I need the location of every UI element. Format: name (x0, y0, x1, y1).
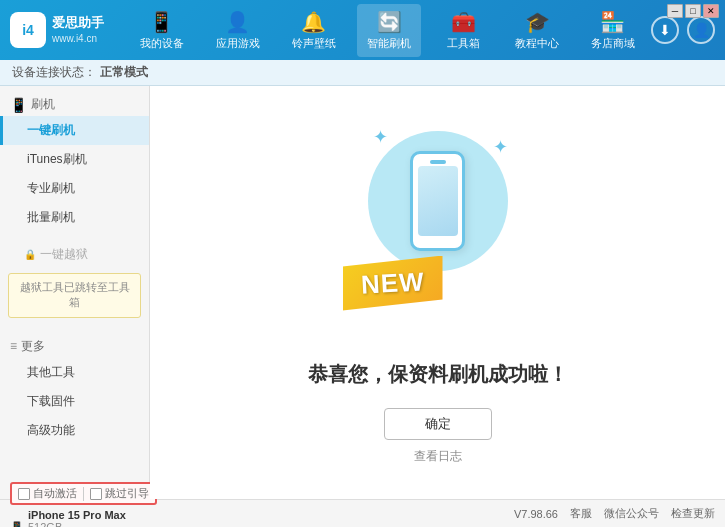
logo-text: 爱思助手 www.i4.cn (52, 15, 104, 45)
phone-shape (410, 151, 465, 251)
bottom-bar: 自动激活 跳过引导 📱 iPhone 15 Pro Max 512GB iPho… (0, 499, 725, 527)
nav-tab-smart-flash[interactable]: 🔄 智能刷机 (357, 4, 421, 57)
sidebar-item-advanced[interactable]: 高级功能 (0, 416, 149, 445)
main-layout: 📱 刷机 一键刷机 iTunes刷机 专业刷机 批量刷机 🔒 一键越狱 (0, 86, 725, 499)
sparkle-icon-2: ✦ (493, 136, 508, 158)
guide-activate-checkbox[interactable] (90, 488, 102, 500)
sidebar-item-batch-flash[interactable]: 批量刷机 (0, 203, 149, 232)
flash-icon: 🔄 (377, 10, 402, 34)
user-button[interactable]: 👤 (687, 16, 715, 44)
auto-activate-label[interactable]: 自动激活 (18, 486, 77, 501)
bottom-device: 📱 iPhone 15 Pro Max 512GB iPhone (10, 509, 157, 527)
sidebar: 📱 刷机 一键刷机 iTunes刷机 专业刷机 批量刷机 🔒 一键越狱 (0, 86, 150, 499)
tutorial-icon: 🎓 (525, 10, 550, 34)
customer-service-link[interactable]: 客服 (570, 506, 592, 521)
more-section-header: ≡ 更多 (0, 330, 149, 358)
header-right: ⬇ 👤 (651, 16, 715, 44)
flash-section-header[interactable]: 📱 刷机 (0, 90, 149, 116)
lock-icon: 🔒 (24, 249, 36, 260)
nav-tab-toolbox[interactable]: 🧰 工具箱 (433, 4, 493, 57)
success-message: 恭喜您，保资料刷机成功啦！ (308, 361, 568, 388)
header: i4 爱思助手 www.i4.cn 📱 我的设备 👤 应用游戏 🔔 铃声壁纸 🔄… (0, 0, 725, 60)
service-icon: 🏪 (600, 10, 625, 34)
bottom-left: 自动激活 跳过引导 📱 iPhone 15 Pro Max 512GB iPho… (10, 482, 157, 527)
more-section-icon: ≡ (10, 339, 17, 353)
jailbreak-notice: 越狱工具已跳转至工具箱 (8, 273, 141, 318)
nav-tab-ringtone[interactable]: 🔔 铃声壁纸 (282, 4, 346, 57)
bottom-right: V7.98.66 客服 微信公众号 检查更新 (514, 506, 715, 521)
nav-tabs: 📱 我的设备 👤 应用游戏 🔔 铃声壁纸 🔄 智能刷机 🧰 工具箱 🎓 教程中心… (124, 4, 651, 57)
sidebar-item-pro-flash[interactable]: 专业刷机 (0, 174, 149, 203)
phone-background (368, 131, 508, 271)
status-bar: 设备连接状态： 正常模式 (0, 60, 725, 86)
main-content: ✦ ✦ NEW 恭喜您，保资料刷机成功啦！ 确定 查看日志 (150, 86, 725, 499)
more-section: ≡ 更多 其他工具 下载固件 高级功能 (0, 326, 149, 449)
phone-notch (430, 160, 446, 164)
nav-tab-app-games[interactable]: 👤 应用游戏 (206, 4, 270, 57)
device-icon: 📱 (149, 10, 174, 34)
auto-activate-checkbox[interactable] (18, 488, 30, 500)
confirm-button[interactable]: 确定 (384, 408, 492, 440)
jailbreak-section-header: 🔒 一键越狱 (0, 240, 149, 269)
auto-activate-row: 自动激活 跳过引导 (10, 482, 157, 505)
wechat-link[interactable]: 微信公众号 (604, 506, 659, 521)
device-phone-icon: 📱 (10, 521, 24, 528)
app-icon: 👤 (225, 10, 250, 34)
success-illustration: ✦ ✦ NEW (338, 121, 538, 341)
window-controls: ─ □ ✕ (667, 4, 719, 18)
logo-icon: i4 (10, 12, 46, 48)
download-button[interactable]: ⬇ (651, 16, 679, 44)
sidebar-item-download-firmware[interactable]: 下载固件 (0, 387, 149, 416)
close-button[interactable]: ✕ (703, 4, 719, 18)
sparkle-icon-1: ✦ (373, 126, 388, 148)
check-update-link[interactable]: 检查更新 (671, 506, 715, 521)
ringtone-icon: 🔔 (301, 10, 326, 34)
new-badge: NEW (343, 256, 443, 311)
phone-screen (418, 166, 458, 236)
guide-activate-label[interactable]: 跳过引导 (90, 486, 149, 501)
divider (83, 487, 84, 501)
view-log-button[interactable]: 查看日志 (414, 448, 462, 465)
nav-tab-my-device[interactable]: 📱 我的设备 (130, 4, 194, 57)
flash-section: 📱 刷机 一键刷机 iTunes刷机 专业刷机 批量刷机 (0, 86, 149, 236)
nav-tab-tutorial[interactable]: 🎓 教程中心 (505, 4, 569, 57)
flash-section-icon: 📱 (10, 97, 27, 113)
nav-tab-service[interactable]: 🏪 务店商域 (581, 4, 645, 57)
sidebar-item-itunes-flash[interactable]: iTunes刷机 (0, 145, 149, 174)
minimize-button[interactable]: ─ (667, 4, 683, 18)
sidebar-item-one-key-flash[interactable]: 一键刷机 (0, 116, 149, 145)
sidebar-item-other-tools[interactable]: 其他工具 (0, 358, 149, 387)
maximize-button[interactable]: □ (685, 4, 701, 18)
logo: i4 爱思助手 www.i4.cn (10, 12, 104, 48)
toolbox-icon: 🧰 (451, 10, 476, 34)
jailbreak-section: 🔒 一键越狱 越狱工具已跳转至工具箱 (0, 236, 149, 326)
